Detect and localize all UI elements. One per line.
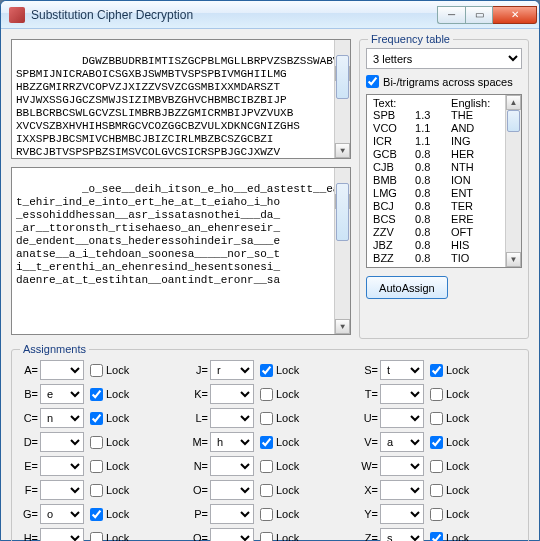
assignment-m: M=hLock xyxy=(190,432,350,452)
assign-value-select[interactable] xyxy=(380,384,424,404)
lock-checkbox[interactable] xyxy=(430,532,443,542)
bitrigram-label[interactable]: Bi-/trigrams across spaces xyxy=(383,76,513,88)
bitrigram-checkbox[interactable] xyxy=(366,75,379,88)
lock-checkbox[interactable] xyxy=(90,436,103,449)
scroll-down-icon[interactable]: ▼ xyxy=(506,252,521,267)
assign-value-select[interactable] xyxy=(210,456,254,476)
assign-value-select[interactable] xyxy=(210,504,254,524)
freq-cell-rate: 1.1 xyxy=(415,135,451,148)
scroll-thumb[interactable] xyxy=(336,183,349,241)
lock-checkbox[interactable] xyxy=(260,508,273,521)
scroll-thumb[interactable] xyxy=(507,110,520,132)
assign-value-select[interactable] xyxy=(40,528,84,541)
lock-checkbox[interactable] xyxy=(90,460,103,473)
lock-checkbox[interactable] xyxy=(260,460,273,473)
assign-key-label: U= xyxy=(360,412,378,424)
lock-label: Lock xyxy=(276,532,299,541)
lock-label: Lock xyxy=(276,364,299,376)
freq-row[interactable]: LMG0.8ENT xyxy=(373,187,517,200)
assign-value-select[interactable]: h xyxy=(210,432,254,452)
maximize-button[interactable]: ▭ xyxy=(465,6,493,24)
assign-value-select[interactable] xyxy=(380,456,424,476)
freq-row[interactable]: CJB0.8NTH xyxy=(373,161,517,174)
assignment-v: V=aLock xyxy=(360,432,520,452)
assign-value-select[interactable] xyxy=(40,456,84,476)
lock-checkbox[interactable] xyxy=(260,436,273,449)
ngram-select[interactable]: 3 letters xyxy=(366,48,522,69)
lock-checkbox[interactable] xyxy=(90,364,103,377)
freq-row[interactable]: ICR1.1ING xyxy=(373,135,517,148)
freq-row[interactable]: BCJ0.8TER xyxy=(373,200,517,213)
assign-value-select[interactable] xyxy=(210,480,254,500)
freq-cell-eng: HIS xyxy=(451,239,493,252)
freq-cell-rate: 0.8 xyxy=(415,174,451,187)
assign-value-select[interactable] xyxy=(380,408,424,428)
frequency-list[interactable]: Text: English: SPB1.3THEVCO1.1ANDICR1.1I… xyxy=(366,94,522,268)
plaintext-scrollbar[interactable]: ▲ ▼ xyxy=(334,168,350,334)
freq-row[interactable]: SPB1.3THE xyxy=(373,109,517,122)
freq-cell-rate: 0.8 xyxy=(415,200,451,213)
lock-checkbox[interactable] xyxy=(430,412,443,425)
assignment-h: H=Lock xyxy=(20,528,180,541)
lock-checkbox[interactable] xyxy=(90,388,103,401)
lock-checkbox[interactable] xyxy=(430,508,443,521)
assign-value-select[interactable]: o xyxy=(40,504,84,524)
lock-checkbox[interactable] xyxy=(430,364,443,377)
assign-value-select[interactable] xyxy=(380,480,424,500)
lock-checkbox[interactable] xyxy=(260,364,273,377)
assign-value-select[interactable] xyxy=(380,504,424,524)
assign-value-select[interactable]: s xyxy=(380,528,424,541)
scroll-down-icon[interactable]: ▼ xyxy=(335,319,350,334)
freq-row[interactable]: ZZV0.8OFT xyxy=(373,226,517,239)
lock-checkbox[interactable] xyxy=(260,412,273,425)
assign-value-select[interactable] xyxy=(40,480,84,500)
assign-value-select[interactable] xyxy=(210,384,254,404)
assignment-d: D=Lock xyxy=(20,432,180,452)
assign-value-select[interactable]: e xyxy=(40,384,84,404)
lock-checkbox[interactable] xyxy=(260,484,273,497)
assign-value-select[interactable] xyxy=(210,408,254,428)
ciphertext-scrollbar[interactable]: ▲ ▼ xyxy=(334,40,350,158)
lock-checkbox[interactable] xyxy=(90,508,103,521)
titlebar[interactable]: Substitution Cipher Decryption ─ ▭ ✕ xyxy=(1,1,539,29)
assign-value-select[interactable]: r xyxy=(210,360,254,380)
freq-row[interactable]: VCO1.1AND xyxy=(373,122,517,135)
plaintext-area[interactable]: _o_see__deih_itson_e_ho__ed_astestt__ean… xyxy=(11,167,351,335)
assign-value-select[interactable]: a xyxy=(380,432,424,452)
scroll-up-icon[interactable]: ▲ xyxy=(506,95,521,110)
assign-key-label: S= xyxy=(360,364,378,376)
freq-scrollbar[interactable]: ▲ ▼ xyxy=(505,95,521,267)
lock-checkbox[interactable] xyxy=(90,484,103,497)
close-button[interactable]: ✕ xyxy=(493,6,537,24)
plaintext-content: _o_see__deih_itson_e_ho__ed_astestt__ean… xyxy=(16,183,346,286)
assign-value-select[interactable]: t xyxy=(380,360,424,380)
minimize-button[interactable]: ─ xyxy=(437,6,465,24)
scroll-thumb[interactable] xyxy=(336,55,349,99)
freq-row[interactable]: GCB0.8HER xyxy=(373,148,517,161)
lock-checkbox[interactable] xyxy=(260,532,273,542)
lock-checkbox[interactable] xyxy=(430,436,443,449)
assign-value-select[interactable]: n xyxy=(40,408,84,428)
freq-cell-rate: 1.1 xyxy=(415,122,451,135)
lock-label: Lock xyxy=(276,436,299,448)
lock-checkbox[interactable] xyxy=(90,532,103,542)
assign-value-select[interactable] xyxy=(40,432,84,452)
freq-cell-eng: ION xyxy=(451,174,493,187)
autoassign-button[interactable]: AutoAssign xyxy=(366,276,448,299)
lock-checkbox[interactable] xyxy=(90,412,103,425)
freq-row[interactable]: JBZ0.8HIS xyxy=(373,239,517,252)
lock-checkbox[interactable] xyxy=(430,460,443,473)
freq-row[interactable]: BZZ0.8TIO xyxy=(373,252,517,265)
ciphertext-area[interactable]: DGWZBBUDRBIMTISZGCPBLMGLLBRPVZSBZSSWABVC… xyxy=(11,39,351,159)
freq-cell-text: BZZ xyxy=(373,252,415,265)
assignment-k: K=Lock xyxy=(190,384,350,404)
assignment-y: Y=Lock xyxy=(360,504,520,524)
freq-row[interactable]: BMB0.8ION xyxy=(373,174,517,187)
assign-value-select[interactable] xyxy=(40,360,84,380)
scroll-down-icon[interactable]: ▼ xyxy=(335,143,350,158)
lock-checkbox[interactable] xyxy=(430,388,443,401)
freq-row[interactable]: BCS0.8ERE xyxy=(373,213,517,226)
lock-checkbox[interactable] xyxy=(260,388,273,401)
assign-value-select[interactable] xyxy=(210,528,254,541)
lock-checkbox[interactable] xyxy=(430,484,443,497)
